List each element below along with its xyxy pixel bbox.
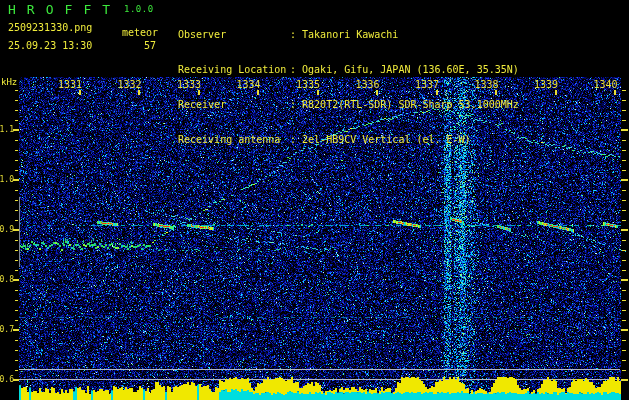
- y-tick-label: 0.9: [0, 225, 14, 235]
- info-row-location: Receiving Location: Ogaki, Gifu, JAPAN (…: [178, 63, 519, 76]
- station-info: Observer: Takanori Kawachi Receiving Loc…: [178, 6, 519, 168]
- x-tick-label: 1340: [591, 79, 621, 90]
- x-tick-label: 1335: [293, 79, 323, 90]
- x-tick-label: 1337: [412, 79, 442, 90]
- app-version: 1.0.0: [124, 4, 154, 14]
- info-label: Receiving Location: [178, 63, 290, 76]
- info-separator: :: [290, 64, 296, 75]
- info-label: Receiver: [178, 98, 290, 111]
- info-row-antenna: Receiving antenna: 2el-HB9CV Vertical (e…: [178, 133, 519, 146]
- x-tick-label: 1333: [174, 79, 204, 90]
- y-tick-label: 0.8: [0, 275, 14, 285]
- output-filename: 2509231330.png: [8, 22, 92, 33]
- echo-count: 57: [134, 40, 156, 51]
- y-tick-label: 1.0: [0, 175, 14, 185]
- x-tick-label: 1336: [353, 79, 383, 90]
- info-row-observer: Observer: Takanori Kawachi: [178, 28, 519, 41]
- info-label: Receiving antenna: [178, 133, 290, 146]
- x-tick-label: 1338: [472, 79, 502, 90]
- info-value: Ogaki, Gifu, JAPAN (136.60E, 35.35N): [302, 64, 519, 75]
- x-tick-label: 1331: [55, 79, 85, 90]
- hrofft-screen: H R O F F T 1.0.0 2509231330.png meteor …: [0, 0, 629, 400]
- x-tick-label: 1339: [531, 79, 561, 90]
- info-value: Takanori Kawachi: [302, 29, 398, 40]
- info-value: 2el-HB9CV Vertical (el. E-W): [302, 134, 471, 145]
- y-tick-label: 0.7: [0, 325, 14, 335]
- y-tick-label: 1.1: [0, 125, 14, 135]
- observation-datetime: 25.09.23 13:30: [8, 40, 92, 51]
- x-tick-label: 1334: [234, 79, 264, 90]
- y-tick-label: 0.6: [0, 375, 14, 385]
- info-separator: :: [290, 99, 296, 110]
- info-separator: :: [290, 29, 296, 40]
- observation-mode: meteor: [122, 27, 158, 38]
- info-value: R820T2(RTL-SDR) SDR-Sharp 53.1000MHz: [302, 99, 519, 110]
- info-row-receiver: Receiver: R820T2(RTL-SDR) SDR-Sharp 53.1…: [178, 98, 519, 111]
- info-separator: :: [290, 134, 296, 145]
- info-label: Observer: [178, 28, 290, 41]
- app-title: H R O F F T: [8, 2, 112, 17]
- x-tick-label: 1332: [115, 79, 145, 90]
- y-axis-unit-label: kHz: [1, 77, 17, 87]
